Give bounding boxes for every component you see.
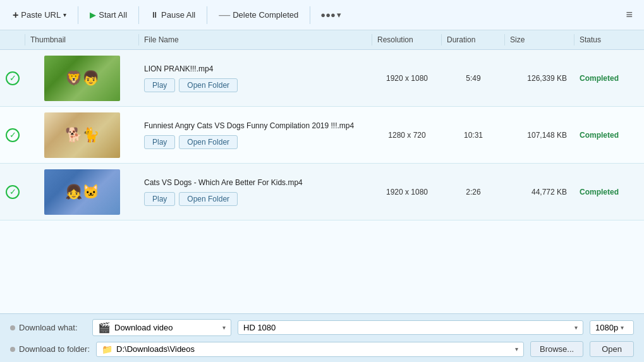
start-all-button[interactable]: ▶ Start All xyxy=(83,7,133,23)
thumb-col-3 xyxy=(25,166,139,219)
play-button-2[interactable]: Play xyxy=(144,135,175,149)
plus-icon: + xyxy=(13,9,18,21)
row-buttons-3: Play Open Folder xyxy=(144,192,367,206)
check-icon-1: ✓ xyxy=(6,71,20,85)
duration-3: 2:26 xyxy=(442,185,505,199)
open-button[interactable]: Open xyxy=(590,341,634,357)
duration-1: 5:49 xyxy=(442,71,505,85)
play-icon: ▶ xyxy=(90,10,96,20)
download-to-label: Download to folder: xyxy=(10,344,90,354)
check-col-2: ✓ xyxy=(0,126,25,145)
bottom-bar: Download what: 🎬 Download video ▾ HD 108… xyxy=(0,313,644,362)
hamburger-icon: ≡ xyxy=(626,8,633,21)
paste-url-arrow: ▾ xyxy=(63,11,66,18)
video-icon: 🎬 xyxy=(98,322,111,334)
info-col-3: Cats VS Dogs - Which Are Better For Kids… xyxy=(139,174,372,210)
size-3: 44,772 KB xyxy=(505,185,574,199)
browse-button[interactable]: Browse... xyxy=(530,341,583,357)
separator-2 xyxy=(138,6,139,24)
more-button[interactable]: ●●● ▾ xyxy=(315,7,346,23)
header-check xyxy=(0,34,25,45)
separator-4 xyxy=(310,6,310,24)
thumb-col-2 xyxy=(25,109,139,162)
table-row: ✓ Cats VS Dogs - Which Are Better For Ki… xyxy=(0,164,644,220)
thumbnail-3 xyxy=(44,169,120,215)
status-text-1: Completed xyxy=(580,74,619,83)
delete-completed-label: Delete Completed xyxy=(233,10,298,20)
folder-path-text: D:\Downloads\Videos xyxy=(116,344,195,354)
row-buttons-2: Play Open Folder xyxy=(144,135,367,149)
status-1: Completed xyxy=(574,71,644,85)
thumbnail-1 xyxy=(44,56,120,101)
quality-badge-text: 1080p xyxy=(595,323,618,332)
quality-dropdown[interactable]: HD 1080 ▾ xyxy=(238,320,583,335)
pause-all-label: Pause All xyxy=(161,10,195,20)
quality-badge-arrow: ▾ xyxy=(621,324,624,331)
thumb-col-1 xyxy=(25,52,139,105)
table-row: ✓ LION PRANK!!!.mp4 Play Open Folder 192… xyxy=(0,50,644,107)
paste-url-label: Paste URL xyxy=(21,10,61,20)
download-what-indicator xyxy=(10,325,15,330)
separator-3 xyxy=(207,6,207,24)
open-folder-button-3[interactable]: Open Folder xyxy=(179,192,238,206)
header-filename: File Name xyxy=(139,34,372,45)
resolution-1: 1920 x 1080 xyxy=(372,71,442,85)
status-3: Completed xyxy=(574,185,644,199)
header-resolution: Resolution xyxy=(372,34,442,45)
hamburger-button[interactable]: ≡ xyxy=(621,5,638,25)
quality-badge-dropdown[interactable]: 1080p ▾ xyxy=(590,320,634,335)
pause-icon: ⏸ xyxy=(150,10,159,20)
start-all-label: Start All xyxy=(99,10,127,20)
folder-icon: 📁 xyxy=(102,344,112,354)
folder-path-dropdown[interactable]: 📁 D:\Downloads\Videos ▾ xyxy=(96,342,524,357)
check-col-1: ✓ xyxy=(0,69,25,88)
more-arrow: ▾ xyxy=(337,10,341,20)
file-name-2: Funniest Angry Cats VS Dogs Funny Compil… xyxy=(144,121,367,130)
header-status: Status xyxy=(574,34,644,45)
download-to-row: Download to folder: 📁 D:\Downloads\Video… xyxy=(10,341,634,357)
download-type-text: Download video xyxy=(114,323,173,332)
more-dots: ●●● xyxy=(320,10,336,20)
quality-arrow: ▾ xyxy=(574,324,578,331)
delete-icon: — xyxy=(219,8,230,21)
size-1: 126,339 KB xyxy=(505,71,574,85)
duration-2: 10:31 xyxy=(442,128,505,142)
size-2: 107,148 KB xyxy=(505,128,574,142)
download-what-label: Download what: xyxy=(10,323,86,332)
header-duration: Duration xyxy=(442,34,505,45)
paste-url-button[interactable]: + Paste URL ▾ xyxy=(6,6,73,24)
download-to-indicator xyxy=(10,347,15,352)
quality-label: HD 1080 xyxy=(243,323,276,332)
open-folder-button-1[interactable]: Open Folder xyxy=(179,78,238,92)
pause-all-button[interactable]: ⏸ Pause All xyxy=(144,7,202,23)
play-button-3[interactable]: Play xyxy=(144,192,175,206)
file-name-1: LION PRANK!!!.mp4 xyxy=(144,64,367,73)
file-name-3: Cats VS Dogs - Which Are Better For Kids… xyxy=(144,178,367,187)
status-text-2: Completed xyxy=(580,131,619,140)
main-content: Thumbnail File Name Resolution Duration … xyxy=(0,30,644,313)
separator-1 xyxy=(78,6,78,24)
row-buttons-1: Play Open Folder xyxy=(144,78,367,92)
info-col-2: Funniest Angry Cats VS Dogs Funny Compil… xyxy=(139,118,372,153)
toolbar: + Paste URL ▾ ▶ Start All ⏸ Pause All — … xyxy=(0,0,644,30)
resolution-3: 1920 x 1080 xyxy=(372,185,442,199)
folder-dropdown-arrow: ▾ xyxy=(515,346,518,353)
download-type-dropdown[interactable]: 🎬 Download video ▾ xyxy=(92,319,231,336)
open-folder-button-2[interactable]: Open Folder xyxy=(179,135,238,149)
status-2: Completed xyxy=(574,128,644,142)
info-col-1: LION PRANK!!!.mp4 Play Open Folder xyxy=(139,61,372,96)
thumbnail-2 xyxy=(44,112,120,158)
table-header: Thumbnail File Name Resolution Duration … xyxy=(0,30,644,50)
table-row: ✓ Funniest Angry Cats VS Dogs Funny Comp… xyxy=(0,107,644,164)
header-thumbnail: Thumbnail xyxy=(25,34,139,45)
download-type-arrow: ▾ xyxy=(222,324,226,331)
delete-completed-button[interactable]: — Delete Completed xyxy=(212,5,305,25)
header-size: Size xyxy=(505,34,574,45)
check-icon-2: ✓ xyxy=(6,128,20,142)
play-button-1[interactable]: Play xyxy=(144,78,175,92)
resolution-2: 1280 x 720 xyxy=(372,128,442,142)
status-text-3: Completed xyxy=(580,188,619,196)
check-icon-3: ✓ xyxy=(6,185,20,199)
download-what-row: Download what: 🎬 Download video ▾ HD 108… xyxy=(10,319,634,336)
check-col-3: ✓ xyxy=(0,183,25,202)
